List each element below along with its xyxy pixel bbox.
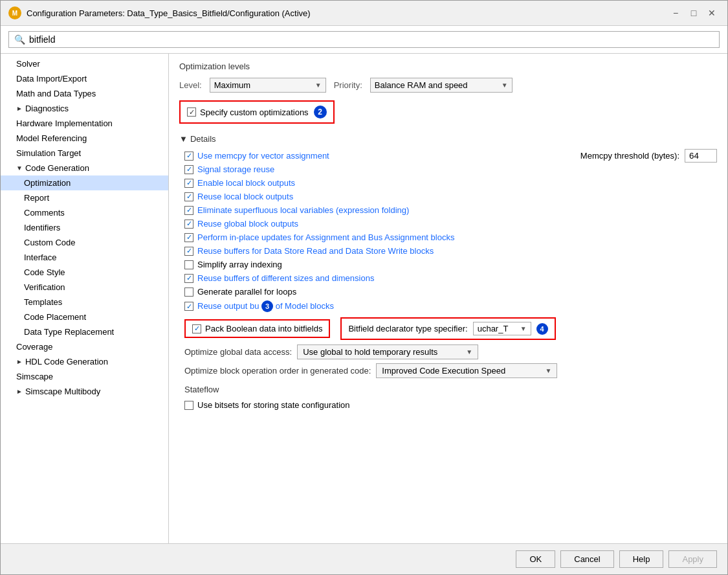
bitfield-specifier-box: Bitfield declarator type specifier: ucha… [340, 317, 555, 340]
bitfield-row-box: Pack Boolean data into bitfields [184, 319, 330, 338]
reuse-output-checkbox[interactable] [184, 302, 193, 311]
reuse-global-checkbox[interactable] [184, 220, 193, 229]
sidebar-item-data-type-replacement[interactable]: Data Type Replacement [1, 324, 168, 339]
details-content: Use memcpy for vector assignment Memcpy … [179, 149, 717, 412]
reuse-buffers-diff-text: Reuse buffers of different sizes and dim… [197, 273, 374, 283]
section-title: Optimization levels [179, 62, 717, 71]
in-place-label[interactable]: Perform in-place updates for Assignment … [184, 232, 454, 242]
sidebar-item-diagnostics[interactable]: ► Diagnostics [1, 101, 168, 116]
search-icon: 🔍 [14, 34, 25, 45]
sidebar-item-data-import-export[interactable]: Data Import/Export [1, 71, 168, 86]
stateflow-bitsets-label[interactable]: Use bitsets for storing state configurat… [184, 400, 350, 410]
eliminate-text: Eliminate superfluous local variables (e… [197, 205, 409, 215]
close-button[interactable]: ✕ [704, 6, 720, 20]
memcpy-right: Memcpy threshold (bytes): [580, 149, 717, 163]
pack-boolean-label[interactable]: Pack Boolean data into bitfields [192, 324, 322, 333]
simplify-array-label[interactable]: Simplify array indexing [184, 260, 282, 269]
window-controls: − □ ✕ [668, 6, 720, 20]
bitfield-declarator-dropdown[interactable]: uchar_T ▼ [473, 322, 531, 335]
sidebar-item-report[interactable]: Report [1, 190, 168, 205]
details-header[interactable]: ▼ Details [179, 134, 717, 144]
level-dropdown[interactable]: Maximum ▼ [210, 78, 326, 93]
generate-parallel-label[interactable]: Generate parallel for loops [184, 287, 296, 297]
local-block-label[interactable]: Enable local block outputs [184, 178, 295, 188]
app-icon: M [8, 6, 21, 19]
stateflow-title: Stateflow [184, 385, 717, 394]
cancel-button[interactable]: Cancel [560, 550, 613, 568]
sidebar-item-hdl-code-generation[interactable]: ► HDL Code Generation [1, 354, 168, 369]
restore-button[interactable]: □ [686, 6, 701, 20]
option-stateflow-bitsets: Use bitsets for storing state configurat… [184, 398, 717, 412]
sidebar-item-simscape[interactable]: Simscape [1, 369, 168, 384]
reuse-buffers-diff-label[interactable]: Reuse buffers of different sizes and dim… [184, 273, 374, 283]
sidebar-item-templates[interactable]: Templates [1, 295, 168, 310]
simplify-array-checkbox[interactable] [184, 260, 193, 269]
minimize-button[interactable]: − [668, 6, 683, 20]
sidebar-item-custom-code[interactable]: Custom Code [1, 235, 168, 250]
in-place-text: Perform in-place updates for Assignment … [197, 232, 454, 242]
memcpy-checkbox[interactable] [184, 152, 193, 161]
option-reuse-global: Reuse global block outputs [184, 217, 717, 231]
stateflow-bitsets-text: Use bitsets for storing state configurat… [197, 400, 350, 410]
window-title: Configuration Parameters: Data_Type_Basi… [27, 8, 311, 18]
details-section: ▼ Details Use memcpy for vector assignme… [179, 134, 717, 412]
ok-button[interactable]: OK [516, 550, 555, 568]
option-signal-storage: Signal storage reuse [184, 163, 717, 176]
memcpy-threshold-input[interactable] [685, 149, 717, 163]
reuse-global-label[interactable]: Reuse global block outputs [184, 219, 298, 229]
reuse-buffers-ds-checkbox[interactable] [184, 247, 193, 256]
optimize-global-dropdown[interactable]: Use global to hold temporary results ▼ [297, 344, 478, 359]
sidebar-item-simscape-multibody[interactable]: ► Simscape Multibody [1, 384, 168, 399]
signal-storage-label[interactable]: Signal storage reuse [184, 164, 274, 174]
generate-parallel-checkbox[interactable] [184, 288, 193, 297]
specify-custom-checkbox-label[interactable]: Specify custom optimizations [187, 107, 309, 117]
sidebar-item-simulation-target[interactable]: Simulation Target [1, 146, 168, 161]
details-label: Details [190, 134, 216, 144]
local-block-checkbox[interactable] [184, 179, 193, 188]
sidebar-item-code-style[interactable]: Code Style [1, 265, 168, 280]
pack-boolean-checkbox[interactable] [192, 324, 201, 333]
reuse-buffers-diff-checkbox[interactable] [184, 274, 193, 283]
stateflow-bitsets-checkbox[interactable] [184, 401, 193, 410]
optimize-block-row: Optimize block operation order in genera… [184, 363, 717, 378]
reuse-local-checkbox[interactable] [184, 192, 193, 201]
sidebar-item-optimization[interactable]: Optimization [1, 175, 168, 190]
apply-button[interactable]: Apply [668, 550, 717, 568]
priority-dropdown[interactable]: Balance RAM and speed ▼ [370, 78, 513, 93]
reuse-buffers-ds-label[interactable]: Reuse buffers for Data Store Read and Da… [184, 246, 434, 256]
option-local-block: Enable local block outputs [184, 176, 717, 190]
specify-custom-checkbox[interactable] [187, 107, 196, 117]
sidebar-item-verification[interactable]: Verification [1, 280, 168, 295]
in-place-checkbox[interactable] [184, 233, 193, 242]
title-bar: M Configuration Parameters: Data_Type_Ba… [1, 1, 727, 26]
optimize-global-arrow: ▼ [466, 348, 472, 355]
sidebar-item-interface[interactable]: Interface [1, 250, 168, 265]
level-dropdown-arrow: ▼ [315, 82, 322, 89]
memcpy-left: Use memcpy for vector assignment [184, 151, 329, 161]
sidebar-item-code-placement[interactable]: Code Placement [1, 310, 168, 324]
sidebar-item-identifiers[interactable]: Identifiers [1, 220, 168, 235]
reuse-output-label[interactable]: Reuse output bu 3 of Model blocks [184, 300, 334, 312]
help-button[interactable]: Help [619, 550, 664, 568]
optimize-block-arrow: ▼ [545, 367, 551, 374]
sidebar-item-hardware-impl[interactable]: Hardware Implementation [1, 116, 168, 131]
bitfield-declarator-value: uchar_T [478, 324, 509, 333]
search-box: 🔍 [8, 31, 720, 48]
sidebar-item-code-generation[interactable]: ▼ Code Generation [1, 161, 168, 175]
search-input[interactable] [29, 34, 714, 45]
sidebar-item-model-referencing[interactable]: Model Referencing [1, 131, 168, 146]
memcpy-checkbox-label[interactable]: Use memcpy for vector assignment [184, 151, 329, 161]
expand-icon-sm: ► [16, 388, 23, 395]
eliminate-label[interactable]: Eliminate superfluous local variables (e… [184, 205, 409, 215]
eliminate-checkbox[interactable] [184, 206, 193, 215]
sidebar-item-comments[interactable]: Comments [1, 205, 168, 220]
optimize-block-dropdown[interactable]: Improved Code Execution Speed ▼ [376, 363, 557, 378]
memcpy-row: Use memcpy for vector assignment Memcpy … [184, 149, 717, 163]
sidebar-item-math-data-types[interactable]: Math and Data Types [1, 86, 168, 101]
signal-storage-checkbox[interactable] [184, 165, 193, 174]
reuse-local-label[interactable]: Reuse local block outputs [184, 192, 293, 201]
right-panel: Optimization levels Level: Maximum ▼ Pri… [169, 54, 727, 543]
sidebar-item-solver[interactable]: Solver [1, 56, 168, 71]
optimize-block-value: Improved Code Execution Speed [382, 366, 505, 376]
sidebar-item-coverage[interactable]: Coverage [1, 339, 168, 354]
